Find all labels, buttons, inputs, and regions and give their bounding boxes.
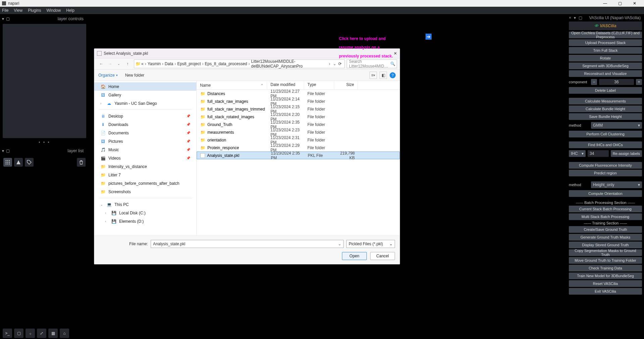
- file-filter-select[interactable]: Pickled Files (*.pkl)⌄: [346, 240, 395, 248]
- dialog-close-icon[interactable]: ✕: [394, 51, 397, 56]
- panel-undock-icon[interactable]: ▢: [6, 149, 10, 153]
- tree-pictures[interactable]: 🖼Pictures📌: [94, 137, 196, 145]
- menu-window[interactable]: Window: [47, 8, 61, 13]
- tree-folder[interactable]: 📁Litter 7: [94, 171, 196, 179]
- maximize-button[interactable]: ▢: [612, 0, 627, 7]
- train-button[interactable]: Check Training Data: [569, 265, 642, 271]
- tree-downloads[interactable]: ⬇Downloads📌: [94, 120, 196, 129]
- cancel-button[interactable]: Cancel: [370, 252, 395, 260]
- train-button[interactable]: Train New Model for 3DBundleSeg: [569, 272, 642, 279]
- tree-folder[interactable]: 📁pictures_before_comments_after_batch: [94, 179, 196, 187]
- calc-bundle-height-button[interactable]: Calculate Bundle Height: [569, 105, 642, 112]
- train-button[interactable]: Move Ground Truth to Training Folder: [569, 257, 642, 264]
- reassign-labels-button[interactable]: Re-assign labels: [611, 150, 642, 157]
- tree-desktop[interactable]: 🖥Desktop📌: [94, 112, 196, 120]
- delete-label-button[interactable]: Delete Label: [569, 87, 642, 94]
- train-button[interactable]: Copy Segmentation Masks to Ground Truth: [569, 249, 642, 256]
- tree-videos[interactable]: 🎬Videos📌: [94, 154, 196, 162]
- close-button[interactable]: ✕: [627, 0, 642, 7]
- tree-elements-disk[interactable]: ›💾Elements (D:): [94, 217, 196, 225]
- tree-gallery[interactable]: 🖼Gallery: [94, 91, 196, 99]
- compute-fluorescence-button[interactable]: Compute Fluorescence Intensity: [569, 162, 642, 169]
- panel-pin-icon[interactable]: ▾: [2, 16, 4, 21]
- help-icon[interactable]: ?: [390, 72, 396, 78]
- ihc-value-input[interactable]: 34: [588, 150, 609, 157]
- panel-undock-icon[interactable]: ▾: [574, 15, 576, 20]
- preview-pane-icon[interactable]: ◧: [380, 72, 387, 79]
- address-bar[interactable]: 📁 « › Yasmin › Data › Eps8_project › Eps…: [134, 59, 345, 68]
- breadcrumb-overflow[interactable]: «: [141, 61, 144, 66]
- plugin-action-button[interactable]: Open Cochlea Datasets (CZI,LIF,TIF) and …: [569, 32, 642, 38]
- menu-plugins[interactable]: Plugins: [28, 8, 41, 13]
- filename-input[interactable]: Analysis_state.pkl⌄: [151, 240, 344, 248]
- plugin-action-button[interactable]: Segment with 3DBundleSeg: [569, 62, 642, 69]
- transpose-icon[interactable]: ⤢: [37, 329, 46, 338]
- component-value[interactable]: 36: [599, 79, 634, 85]
- new-labels-icon[interactable]: [25, 158, 34, 167]
- batch-button[interactable]: Multi Stack Batch Processing: [569, 213, 642, 220]
- method2-select[interactable]: Height_only▾: [591, 181, 642, 188]
- nav-back-icon[interactable]: ←: [97, 59, 106, 68]
- train-button[interactable]: Generate Ground Truth Masks: [569, 234, 642, 241]
- component-decrement[interactable]: −: [591, 79, 597, 85]
- find-ihcs-button[interactable]: Find IHCs and OHCs: [569, 141, 642, 148]
- new-folder-button[interactable]: New folder: [125, 73, 144, 78]
- tree-music[interactable]: 🎵Music📌: [94, 145, 196, 154]
- organize-button[interactable]: Organize ▾: [98, 73, 118, 78]
- grid-icon[interactable]: ▦: [48, 329, 58, 338]
- panel-close-icon[interactable]: ×: [569, 15, 571, 20]
- plugin-action-button[interactable]: Rotate: [569, 55, 642, 61]
- ndisplay-icon[interactable]: ▢: [14, 329, 23, 338]
- breadcrumb-segment[interactable]: Eps_8_data_processed: [205, 61, 247, 66]
- plugin-action-button[interactable]: Trim Full Stack: [569, 47, 642, 54]
- tree-folder[interactable]: 📁Screenshots: [94, 187, 196, 196]
- train-button[interactable]: Exit VASCilia: [569, 288, 642, 295]
- console-icon[interactable]: >_: [3, 329, 12, 338]
- roll-icon[interactable]: ⬦: [26, 329, 35, 338]
- nav-recent-icon[interactable]: ⌄: [114, 59, 123, 68]
- method-select[interactable]: GMM▾: [591, 122, 642, 129]
- panel-float-icon[interactable]: ▢: [579, 15, 582, 20]
- file-list-header[interactable]: Name⌃ Date modified Type Size: [197, 81, 400, 90]
- breadcrumb-segment[interactable]: Litter12Mouse4MIDDLE-delBUNdelCAP_Airysc…: [251, 59, 328, 69]
- calc-measurements-button[interactable]: Calculate Measurements: [569, 98, 642, 104]
- tree-this-pc[interactable]: ⌄💻This PC: [94, 200, 196, 209]
- breadcrumb-segment[interactable]: Data: [165, 61, 173, 66]
- address-dropdown-icon[interactable]: ⌄: [333, 61, 336, 66]
- tree-local-disk[interactable]: ›💾Local Disk (C:): [94, 209, 196, 217]
- train-button[interactable]: Create/Save Ground Truth: [569, 226, 642, 233]
- plugin-action-button[interactable]: Upload Processed Stack: [569, 39, 642, 46]
- tree-home[interactable]: 🏠Home: [94, 82, 196, 91]
- delete-layer-icon[interactable]: [77, 158, 86, 167]
- predict-region-button[interactable]: Predict region: [569, 170, 642, 176]
- breadcrumb-segment[interactable]: Eps8_project: [177, 61, 201, 66]
- minimize-button[interactable]: —: [598, 0, 612, 7]
- refresh-icon[interactable]: ⟳: [337, 61, 343, 66]
- tree-folder[interactable]: 📁Intensity_vs_distance: [94, 162, 196, 171]
- menu-help[interactable]: Help: [66, 8, 75, 13]
- batch-button[interactable]: Current Stack Batch Processing: [569, 206, 642, 212]
- nav-forward-icon[interactable]: →: [106, 59, 114, 68]
- save-bundle-height-button[interactable]: Save Bundle Height: [569, 113, 642, 120]
- open-button[interactable]: Open: [342, 252, 367, 260]
- panel-pin-icon[interactable]: ▾: [2, 149, 4, 153]
- file-row[interactable]: Analysis_state.pkl11/23/2024 2:35 PMPKL …: [197, 152, 400, 159]
- menu-file[interactable]: File: [2, 8, 8, 13]
- tree-documents[interactable]: 📄Documents📌: [94, 129, 196, 137]
- view-mode-icon[interactable]: ≡ ▾: [369, 72, 377, 79]
- breadcrumb-segment[interactable]: Yasmin: [148, 61, 161, 66]
- train-button[interactable]: Display Stored Ground Truth: [569, 242, 642, 248]
- search-input[interactable]: Search Litter12Mouse4MID… 🔍: [347, 59, 397, 68]
- new-shapes-icon[interactable]: [14, 158, 23, 167]
- menu-view[interactable]: View: [14, 8, 22, 13]
- component-increment[interactable]: +: [636, 79, 642, 85]
- home-icon[interactable]: ⌂: [60, 329, 69, 338]
- panel-undock-icon[interactable]: ▢: [6, 16, 10, 21]
- nav-up-icon[interactable]: ↑: [123, 59, 132, 68]
- tree-cloud[interactable]: ›☁Yasmin - UC San Diego: [94, 99, 196, 108]
- resize-handle[interactable]: • • •: [0, 139, 89, 146]
- plugin-action-button[interactable]: Reconstruct and Visualize: [569, 70, 642, 77]
- new-points-icon[interactable]: [3, 158, 12, 167]
- train-button[interactable]: Reset VASCilia: [569, 280, 642, 287]
- ihc-select[interactable]: IHC▾: [569, 150, 586, 157]
